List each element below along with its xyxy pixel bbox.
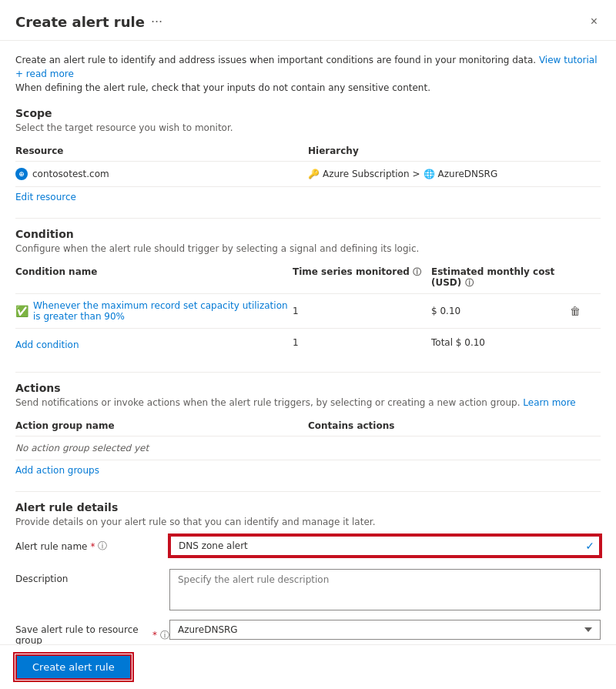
description-input[interactable] bbox=[169, 569, 601, 610]
ellipsis-icon[interactable]: ··· bbox=[151, 15, 162, 29]
add-condition-link[interactable]: Add condition bbox=[15, 339, 293, 350]
actions-desc-text: Send notifications or invoke actions whe… bbox=[15, 397, 520, 408]
scope-desc: Select the target resource you wish to m… bbox=[15, 122, 601, 133]
name-checkmark-icon: ✓ bbox=[585, 540, 594, 552]
actions-desc: Send notifications or invoke actions whe… bbox=[15, 397, 601, 408]
intro-text-2: When defining the alert rule, check that… bbox=[15, 82, 430, 93]
condition-desc: Configure when the alert rule should tri… bbox=[15, 243, 601, 254]
hierarchy-cell: 🔑 Azure Subscription > 🌐 AzureDNSRG bbox=[308, 169, 601, 179]
total-row: Add condition 1 Total $ 0.10 bbox=[15, 329, 601, 356]
hierarchy-arrow: > bbox=[413, 169, 420, 179]
col-condition-name: Condition name bbox=[15, 266, 293, 289]
create-alert-rule-button[interactable]: Create alert rule bbox=[15, 654, 132, 680]
scope-row: ⊕ contosotest.com 🔑 Azure Subscription >… bbox=[15, 162, 601, 187]
edit-resource-link[interactable]: Edit resource bbox=[15, 192, 76, 202]
dialog-footer: Create alert rule bbox=[0, 644, 616, 689]
time-info-icon: ⓘ bbox=[413, 267, 421, 277]
col-resource: Resource bbox=[15, 145, 308, 156]
create-alert-dialog: Create alert rule ··· × Create an alert … bbox=[0, 0, 616, 689]
name-required-star: * bbox=[90, 541, 95, 552]
total-cost: Total $ 0.10 bbox=[431, 337, 570, 348]
col-action-group: Action group name bbox=[15, 420, 308, 431]
description-label: Description bbox=[15, 569, 169, 584]
condition-table-header: Condition name Time series monitored ⓘ E… bbox=[15, 262, 601, 294]
dialog-title: Create alert rule bbox=[15, 14, 145, 30]
condition-name-link[interactable]: Whenever the maximum record set capacity… bbox=[33, 300, 293, 322]
save-resource-group-label: Save alert rule to resource group * ⓘ bbox=[15, 620, 169, 646]
title-row: Create alert rule ··· bbox=[15, 14, 162, 30]
learn-more-link[interactable]: Learn more bbox=[523, 397, 575, 408]
save-required-star: * bbox=[152, 630, 157, 641]
condition-cost-value: $ 0.10 bbox=[431, 306, 570, 316]
details-desc: Provide details on your alert rule so th… bbox=[15, 517, 601, 527]
no-action-text: No action group selected yet bbox=[15, 443, 308, 453]
actions-section: Actions Send notifications or invoke act… bbox=[15, 382, 601, 476]
condition-section: Condition Configure when the alert rule … bbox=[15, 228, 601, 356]
total-time: 1 bbox=[293, 337, 431, 348]
condition-time-value: 1 bbox=[293, 306, 431, 316]
col-hierarchy: Hierarchy bbox=[308, 145, 601, 156]
condition-title: Condition bbox=[15, 228, 601, 240]
condition-row: ✅ Whenever the maximum record set capaci… bbox=[15, 294, 601, 329]
resource-name: contosotest.com bbox=[32, 169, 109, 179]
col-delete bbox=[570, 266, 601, 289]
alert-name-row: Alert rule name * ⓘ ✓ bbox=[15, 535, 601, 560]
add-action-groups-link[interactable]: Add action groups bbox=[15, 465, 99, 476]
alert-name-label: Alert rule name * ⓘ bbox=[15, 535, 169, 553]
close-button[interactable]: × bbox=[588, 12, 601, 31]
name-input-wrapper: ✓ bbox=[169, 535, 601, 557]
col-contains-actions: Contains actions bbox=[308, 420, 601, 431]
resource-cell: ⊕ contosotest.com bbox=[15, 168, 308, 180]
intro-text: Create an alert rule to identify and add… bbox=[15, 53, 601, 95]
save-resource-group-row: Save alert rule to resource group * ⓘ Az… bbox=[15, 620, 601, 646]
col-cost: Estimated monthly cost (USD) ⓘ bbox=[431, 266, 570, 289]
resource-group-select[interactable]: AzureDNSRG bbox=[169, 620, 601, 640]
check-circle-icon: ✅ bbox=[15, 305, 28, 317]
dialog-body: Create an alert rule to identify and add… bbox=[0, 41, 616, 684]
scope-section: Scope Select the target resource you wis… bbox=[15, 107, 601, 202]
actions-table-header: Action group name Contains actions bbox=[15, 416, 601, 436]
intro-text-1: Create an alert rule to identify and add… bbox=[15, 55, 536, 65]
col-time-series: Time series monitored ⓘ bbox=[293, 266, 431, 289]
actions-title: Actions bbox=[15, 382, 601, 394]
no-action-row: No action group selected yet bbox=[15, 436, 601, 460]
hierarchy-label1: Azure Subscription bbox=[323, 169, 410, 179]
key-icon: 🔑 bbox=[308, 169, 320, 179]
resource-icon: ⊕ bbox=[15, 168, 28, 180]
description-row: Description bbox=[15, 569, 601, 610]
details-title: Alert rule details bbox=[15, 501, 601, 513]
scope-table-header: Resource Hierarchy bbox=[15, 141, 601, 162]
scope-title: Scope bbox=[15, 107, 601, 119]
dialog-header: Create alert rule ··· × bbox=[0, 0, 616, 41]
condition-name-cell: ✅ Whenever the maximum record set capaci… bbox=[15, 300, 293, 322]
dns-icon: 🌐 bbox=[424, 169, 435, 179]
name-info-icon: ⓘ bbox=[98, 540, 107, 553]
cost-info-icon: ⓘ bbox=[465, 278, 474, 288]
save-info-icon: ⓘ bbox=[160, 629, 169, 642]
delete-condition-icon[interactable]: 🗑 bbox=[570, 305, 601, 317]
alert-name-input[interactable] bbox=[169, 535, 601, 557]
hierarchy-label2: AzureDNSRG bbox=[438, 169, 498, 179]
